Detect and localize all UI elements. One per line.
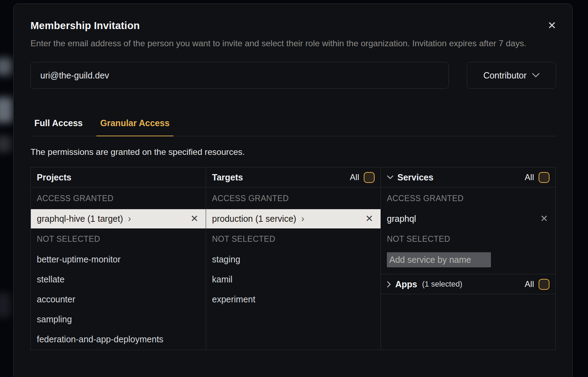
email-field[interactable] (30, 62, 449, 89)
invite-form-row: Contributor (30, 62, 556, 89)
background-page-blur (0, 58, 12, 75)
targets-access-granted-label: ACCESS GRANTED (206, 187, 381, 209)
project-item[interactable]: federation-and-app-deployments (31, 329, 206, 349)
remove-project-icon[interactable]: ✕ (190, 214, 198, 224)
dialog-description: Enter the email address of the person yo… (30, 36, 556, 50)
close-icon[interactable]: ✕ (544, 18, 560, 33)
project-item[interactable]: sampling (31, 309, 206, 329)
project-item[interactable]: stellate (31, 269, 206, 289)
resource-selection-table: Projects ACCESS GRANTED graphql-hive (1 … (30, 167, 556, 350)
services-column: Services All ACCESS GRANTED graphql ✕ NO… (381, 167, 555, 350)
services-all-label: All (525, 172, 534, 182)
projects-not-selected-label: NOT SELECTED (31, 228, 206, 249)
granted-service-name: graphql (387, 214, 416, 224)
permissions-note: The permissions are granted on the speci… (30, 147, 556, 157)
add-service-input[interactable] (387, 252, 491, 267)
services-access-granted-label: ACCESS GRANTED (381, 187, 555, 209)
targets-column: Targets All ACCESS GRANTED production (1… (206, 167, 381, 350)
projects-access-granted-label: ACCESS GRANTED (31, 187, 206, 209)
targets-header-label: Targets (212, 172, 243, 183)
projects-column: Projects ACCESS GRANTED graphql-hive (1 … (31, 167, 206, 350)
targets-all-checkbox[interactable] (364, 172, 375, 183)
apps-all-checkbox[interactable] (539, 279, 549, 290)
remove-service-icon[interactable]: ✕ (540, 214, 548, 224)
background-page-blur (0, 136, 11, 152)
services-header[interactable]: Services All (381, 167, 555, 187)
membership-invitation-dialog: ✕ Membership Invitation Enter the email … (13, 4, 573, 377)
chevron-right-icon: › (128, 214, 131, 224)
role-select[interactable]: Contributor (467, 62, 556, 89)
access-tabs: Full Access Granular Access (30, 118, 556, 136)
selected-project-name: graphql-hive (1 target) (37, 214, 123, 224)
services-header-label: Services (397, 172, 433, 183)
project-item[interactable]: accounter (31, 289, 206, 309)
chevron-down-icon (532, 73, 540, 78)
selected-target-row[interactable]: production (1 service) › ✕ (206, 209, 381, 228)
remove-target-icon[interactable]: ✕ (365, 214, 373, 224)
dialog-title: Membership Invitation (30, 20, 556, 32)
tab-full-access[interactable]: Full Access (30, 118, 87, 136)
project-item[interactable]: better-uptime-monitor (31, 249, 206, 269)
chevron-down-icon (387, 175, 394, 179)
target-item[interactable]: staging (206, 249, 381, 269)
services-all-checkbox[interactable] (539, 172, 549, 183)
selected-target-name: production (1 service) (212, 214, 296, 224)
apps-row[interactable]: Apps (1 selected) All (381, 274, 555, 294)
role-select-value: Contributor (483, 70, 527, 81)
targets-header: Targets All (206, 167, 381, 187)
target-item[interactable]: experiment (206, 289, 381, 309)
apps-selected-count: (1 selected) (422, 280, 463, 289)
background-page-blur (0, 97, 13, 123)
apps-all-label: All (525, 279, 534, 289)
projects-header-label: Projects (37, 172, 71, 183)
target-item[interactable]: kamil (206, 269, 381, 289)
apps-label: Apps (395, 279, 417, 289)
chevron-right-icon: › (301, 214, 304, 224)
services-not-selected-label: NOT SELECTED (381, 228, 555, 249)
projects-header: Projects (31, 167, 206, 187)
targets-all-label: All (350, 172, 359, 182)
tab-granular-access[interactable]: Granular Access (96, 118, 173, 136)
granted-service-row[interactable]: graphql ✕ (381, 209, 555, 228)
chevron-right-icon (387, 281, 391, 288)
targets-not-selected-label: NOT SELECTED (206, 228, 381, 249)
background-page-blur (0, 293, 11, 317)
selected-project-row[interactable]: graphql-hive (1 target) › ✕ (31, 209, 206, 228)
